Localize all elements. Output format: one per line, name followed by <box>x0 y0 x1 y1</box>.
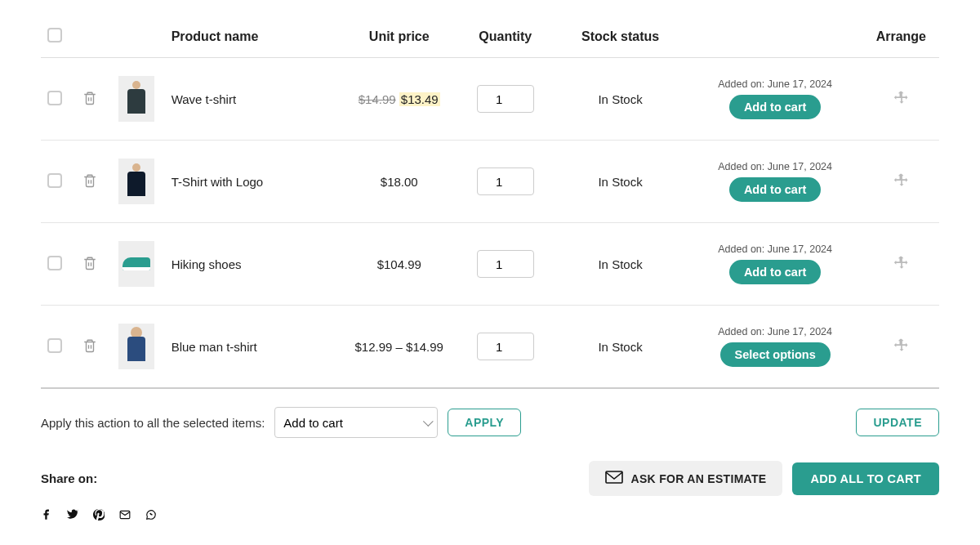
product-link[interactable]: Wave t-shirt <box>172 92 236 106</box>
stock-status: In Stock <box>554 306 687 389</box>
header-product-name: Product name <box>165 16 342 58</box>
table-row: Hiking shoes$104.99In StockAdded on: Jun… <box>41 223 939 306</box>
trash-icon[interactable] <box>82 172 97 189</box>
table-row: T-Shirt with Logo$18.00In StockAdded on:… <box>41 141 939 223</box>
product-thumbnail[interactable] <box>118 76 154 122</box>
product-link[interactable]: Hiking shoes <box>172 257 242 271</box>
select-all-checkbox[interactable] <box>47 28 62 42</box>
share-icons <box>41 509 939 520</box>
ask-estimate-button[interactable]: ASK FOR AN ESTIMATE <box>589 461 783 496</box>
trash-icon[interactable] <box>82 90 97 106</box>
twitter-icon[interactable] <box>67 509 78 520</box>
price: $104.99 <box>377 257 421 271</box>
old-price: $14.99 <box>359 92 396 106</box>
drag-handle-icon[interactable] <box>893 260 910 274</box>
envelope-icon <box>605 471 623 486</box>
added-date: Added on: June 17, 2024 <box>693 243 858 255</box>
svg-rect-0 <box>606 471 622 483</box>
bulk-action-select[interactable]: Add to cart <box>274 407 438 438</box>
row-action-button[interactable]: Add to cart <box>729 95 822 119</box>
price: $12.99 – $14.99 <box>355 340 443 354</box>
row-checkbox[interactable] <box>47 91 62 105</box>
apply-button[interactable]: APPLY <box>448 409 521 436</box>
header-quantity: Quantity <box>457 16 554 58</box>
price: $18.00 <box>381 175 418 189</box>
table-row: Blue man t-shirt$12.99 – $14.99In StockA… <box>41 306 939 389</box>
drag-handle-icon[interactable] <box>893 177 910 191</box>
drag-handle-icon[interactable] <box>893 342 910 356</box>
pinterest-icon[interactable] <box>93 509 105 520</box>
row-action-button[interactable]: Add to cart <box>729 260 822 284</box>
row-checkbox[interactable] <box>47 338 62 353</box>
ask-estimate-label: ASK FOR AN ESTIMATE <box>631 472 767 485</box>
stock-status: In Stock <box>554 223 687 306</box>
header-unit-price: Unit price <box>341 16 457 58</box>
stock-status: In Stock <box>554 58 687 141</box>
whatsapp-icon[interactable] <box>145 509 157 520</box>
product-link[interactable]: Blue man t-shirt <box>172 340 257 354</box>
apply-label: Apply this action to all the selected it… <box>41 416 265 430</box>
quantity-input[interactable] <box>477 168 534 195</box>
quantity-input[interactable] <box>477 85 534 113</box>
product-thumbnail[interactable] <box>118 159 154 204</box>
header-arrange: Arrange <box>863 16 939 58</box>
trash-icon[interactable] <box>82 255 97 271</box>
update-button[interactable]: UPDATE <box>856 409 939 436</box>
stock-status: In Stock <box>554 141 687 223</box>
added-date: Added on: June 17, 2024 <box>693 326 858 337</box>
added-date: Added on: June 17, 2024 <box>693 161 858 172</box>
quantity-input[interactable] <box>477 250 534 278</box>
table-row: Wave t-shirt$14.99 $13.49In StockAdded o… <box>41 58 939 141</box>
row-action-button[interactable]: Select options <box>720 342 831 367</box>
facebook-icon[interactable] <box>41 509 52 520</box>
drag-handle-icon[interactable] <box>893 95 910 109</box>
header-stock-status: Stock status <box>554 16 687 58</box>
product-link[interactable]: T-Shirt with Logo <box>172 175 264 189</box>
quantity-input[interactable] <box>477 333 534 360</box>
sale-price: $13.49 <box>399 92 440 106</box>
wishlist-table: Product name Unit price Quantity Stock s… <box>41 16 939 389</box>
add-all-to-cart-button[interactable]: ADD ALL TO CART <box>792 462 939 495</box>
share-label: Share on: <box>41 471 97 485</box>
product-thumbnail[interactable] <box>118 241 154 287</box>
row-action-button[interactable]: Add to cart <box>729 177 822 202</box>
row-checkbox[interactable] <box>47 173 62 188</box>
product-thumbnail[interactable] <box>118 324 154 369</box>
email-icon[interactable] <box>119 509 131 520</box>
added-date: Added on: June 17, 2024 <box>693 78 858 90</box>
row-checkbox[interactable] <box>47 256 62 270</box>
trash-icon[interactable] <box>82 337 97 354</box>
